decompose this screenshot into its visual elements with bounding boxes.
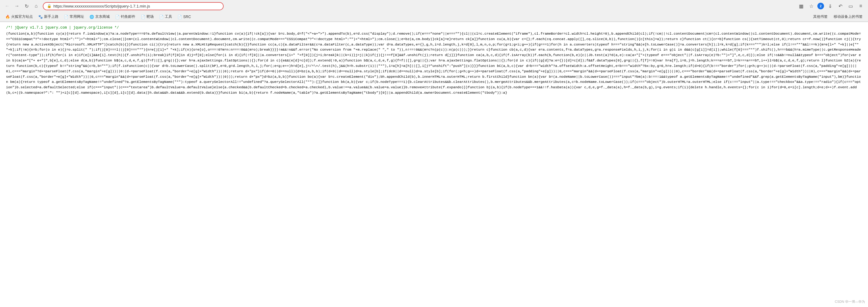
- newhand-icon: 🐾: [38, 15, 43, 19]
- address-bar-container: 🔒: [43, 2, 224, 10]
- profile-button[interactable]: 2: [817, 3, 824, 9]
- target-icon: 📄: [141, 15, 145, 19]
- bookmark-huohu[interactable]: 🔥 火狐官方站点: [3, 13, 35, 20]
- tools-icon: 📄: [159, 15, 164, 19]
- bookmark-mobile-label: 移动设备上的书签: [834, 14, 863, 19]
- bookmark-fishing[interactable]: 📄 钓鱼邮件: [113, 13, 138, 20]
- jd-icon: 🌐: [90, 15, 94, 19]
- bookmarks-right: 其他书签 移动设备上的书签: [811, 13, 865, 20]
- home-button[interactable]: ⌂: [32, 2, 40, 10]
- bookmark-other-label: 其他书签: [813, 14, 828, 19]
- bookmark-src-label: SRC: [183, 15, 191, 19]
- history-back-button[interactable]: ↶: [836, 2, 844, 10]
- extensions-button[interactable]: ▦: [797, 2, 805, 10]
- bookmark-fishing-label: 钓鱼邮件: [121, 14, 135, 19]
- browser-toolbar: ← → ↻ ⌂ 🔒 ▦ ☆ 2 ⇓ ↶ ▭ ≡: [0, 0, 868, 12]
- bookmarks-bar: 🔥 火狐官方站点 🐾 新手上路 📄 常用网址 🌐 京东商城 📄 钓鱼邮件 📄 靶…: [0, 12, 868, 22]
- bookmark-other[interactable]: 其他书签: [811, 13, 830, 20]
- forward-button[interactable]: →: [13, 2, 21, 10]
- fishing-icon: 📄: [115, 15, 120, 19]
- bookmark-huohu-label: 火狐官方站点: [11, 14, 33, 19]
- src-icon: 📄: [178, 15, 182, 19]
- bookmark-target[interactable]: 📄 靶场: [138, 13, 156, 20]
- watermark: CSDN 华一博—华为: [835, 300, 865, 304]
- browser-chrome: ← → ↻ ⌂ 🔒 ▦ ☆ 2 ⇓ ↶ ▭ ≡ 🔥 火狐官方站点 🐾 新手上路: [0, 0, 868, 22]
- bookmark-jd[interactable]: 🌐 京东商城: [87, 13, 112, 20]
- bookmark-tools-label: 工具: [165, 14, 172, 19]
- bookmark-newhand[interactable]: 🐾 新手上路: [36, 13, 61, 20]
- back-button[interactable]: ←: [3, 2, 11, 10]
- bookmark-newhand-label: 新手上路: [44, 14, 59, 19]
- bookmark-jd-label: 京东商城: [95, 14, 110, 19]
- code-comment: /*! jQuery v1.7.1 jquery.com | jquery.or…: [6, 26, 862, 30]
- page-content: /*! jQuery v1.7.1 jquery.com | jquery.or…: [0, 22, 868, 307]
- huohu-icon: 🔥: [5, 15, 10, 19]
- cast-button[interactable]: ▭: [846, 2, 855, 10]
- bookmark-button[interactable]: ☆: [807, 2, 815, 10]
- nav-buttons: ← → ↻ ⌂: [3, 2, 40, 10]
- bookmark-mobile[interactable]: 移动设备上的书签: [831, 13, 865, 20]
- bookmark-common[interactable]: 📄 常用网址: [61, 13, 87, 20]
- menu-button[interactable]: ≡: [857, 2, 865, 10]
- common-icon: 📄: [64, 15, 68, 19]
- address-bar[interactable]: [53, 4, 219, 8]
- toolbar-actions: ▦ ☆ 2 ⇓ ↶ ▭ ≡: [797, 2, 865, 10]
- refresh-button[interactable]: ↻: [22, 2, 31, 10]
- security-icon: 🔒: [47, 4, 52, 8]
- code-block: (function(a,b){function cy(a){return f.i…: [6, 31, 862, 95]
- bookmark-target-label: 靶场: [147, 14, 154, 19]
- bookmark-tools[interactable]: 📄 工具: [157, 13, 175, 20]
- bookmark-src[interactable]: 📄 SRC: [175, 14, 193, 20]
- bookmark-common-label: 常用网址: [70, 14, 84, 19]
- download-button[interactable]: ⇓: [826, 2, 834, 10]
